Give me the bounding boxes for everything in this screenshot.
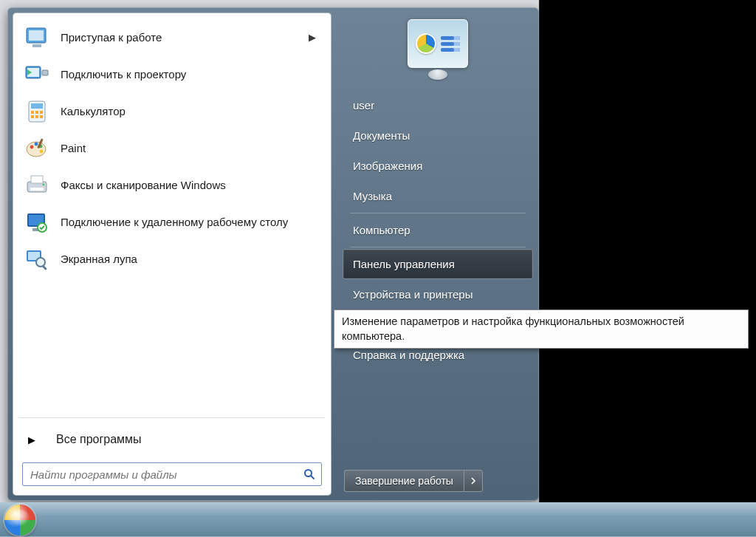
- taskbar[interactable]: [0, 502, 756, 537]
- paint-icon: [24, 135, 50, 162]
- program-item-label: Калькулятор: [61, 105, 320, 119]
- program-item-label: Подключить к проектору: [61, 68, 320, 82]
- fax-scan-icon: [24, 172, 50, 199]
- svg-rect-21: [31, 176, 43, 183]
- control-panel-icon: [416, 33, 460, 54]
- shutdown-label: Завершение работы: [355, 475, 453, 487]
- start-menu-left-pane: Приступая к работе ▶ Подключить к проект…: [13, 13, 331, 495]
- start-menu-right-pane: user Документы Изображения Музыка Компью…: [337, 7, 539, 501]
- all-programs-label: Все программы: [56, 433, 142, 446]
- svg-rect-7: [31, 103, 43, 109]
- program-item-label: Приступая к работе: [61, 31, 298, 45]
- right-item-label: Музыка: [353, 190, 392, 202]
- svg-point-18: [40, 150, 44, 154]
- search-box[interactable]: [22, 462, 322, 486]
- search-icon: [303, 468, 315, 480]
- start-orb[interactable]: [4, 504, 35, 536]
- user-picture-frame[interactable]: [408, 19, 468, 68]
- svg-rect-31: [42, 265, 47, 270]
- right-item-computer[interactable]: Компьютер: [343, 215, 533, 245]
- svg-point-15: [30, 146, 34, 149]
- divider: [19, 417, 325, 418]
- svg-rect-2: [29, 30, 44, 41]
- screen: Приступая к работе ▶ Подключить к проект…: [0, 0, 756, 537]
- right-item-label: Компьютер: [353, 224, 410, 236]
- svg-point-30: [36, 258, 45, 267]
- control-panel-tooltip: Изменение параметров и настройка функцио…: [334, 309, 749, 349]
- program-item-magnifier[interactable]: Экранная лупа: [18, 241, 326, 278]
- program-item-projector[interactable]: Подключить к проектору: [18, 56, 326, 93]
- right-item-control-panel[interactable]: Панель управления: [343, 249, 533, 279]
- shutdown-split-button: Завершение работы: [344, 470, 483, 492]
- program-list: Приступая к работе ▶ Подключить к проект…: [13, 13, 331, 414]
- svg-rect-22: [30, 188, 44, 191]
- right-item-devices-printers[interactable]: Устройства и принтеры: [343, 279, 533, 309]
- projector-icon: [24, 61, 50, 88]
- program-item-paint[interactable]: Paint: [18, 130, 326, 167]
- right-item-documents[interactable]: Документы: [343, 120, 533, 151]
- program-item-label: Paint: [61, 142, 320, 156]
- right-pane-divider: [350, 213, 526, 213]
- right-item-user[interactable]: user: [343, 90, 533, 120]
- program-item-label: Подключение к удаленному рабочему столу: [61, 216, 320, 230]
- right-item-label: user: [353, 99, 374, 112]
- svg-point-16: [35, 143, 38, 146]
- calculator-icon: [24, 98, 50, 125]
- right-item-pictures[interactable]: Изображения: [343, 151, 533, 181]
- shutdown-options-button[interactable]: [464, 470, 483, 492]
- svg-rect-5: [42, 70, 48, 75]
- desktop-area[interactable]: [539, 0, 756, 502]
- right-item-music[interactable]: Музыка: [343, 181, 533, 211]
- right-item-label: Справка и поддержка: [353, 349, 464, 361]
- svg-rect-13: [40, 115, 43, 118]
- shutdown-button[interactable]: Завершение работы: [344, 470, 464, 492]
- right-item-label: Устройства и принтеры: [353, 288, 472, 301]
- program-item-getting-started[interactable]: Приступая к работе ▶: [18, 19, 326, 56]
- submenu-arrow-icon: ▶: [309, 32, 320, 44]
- remote-desktop-icon: [24, 209, 50, 236]
- right-item-label: Документы: [353, 129, 410, 142]
- program-item-fax-scan[interactable]: Факсы и сканирование Windows: [18, 167, 326, 204]
- right-item-label: Панель управления: [353, 258, 455, 270]
- user-picture-shadow: [428, 69, 447, 80]
- program-item-label: Экранная лупа: [61, 253, 320, 267]
- start-menu: Приступая к работе ▶ Подключить к проект…: [7, 7, 539, 501]
- search-box-wrap: [13, 456, 331, 495]
- svg-rect-9: [35, 111, 38, 114]
- chevron-right-icon: [470, 477, 477, 485]
- svg-line-33: [311, 476, 314, 479]
- search-input[interactable]: [30, 468, 298, 481]
- program-item-calculator[interactable]: Калькулятор: [18, 93, 326, 130]
- svg-rect-10: [40, 111, 43, 114]
- svg-rect-3: [32, 44, 41, 47]
- program-item-label: Факсы и сканирование Windows: [61, 179, 320, 193]
- all-programs-arrow-icon: ▶: [28, 434, 35, 445]
- svg-rect-8: [31, 111, 34, 114]
- tooltip-text: Изменение параметров и настройка функцио…: [342, 315, 684, 342]
- program-item-remote-desktop[interactable]: Подключение к удаленному рабочему столу: [18, 204, 326, 241]
- svg-rect-12: [35, 115, 38, 118]
- magnifier-icon: [24, 246, 50, 273]
- all-programs[interactable]: ▶ Все программы: [13, 421, 331, 456]
- svg-rect-11: [31, 115, 34, 118]
- svg-point-23: [43, 184, 45, 186]
- right-pane-divider: [350, 247, 526, 247]
- getting-started-icon: [24, 24, 50, 51]
- right-item-label: Изображения: [353, 160, 422, 172]
